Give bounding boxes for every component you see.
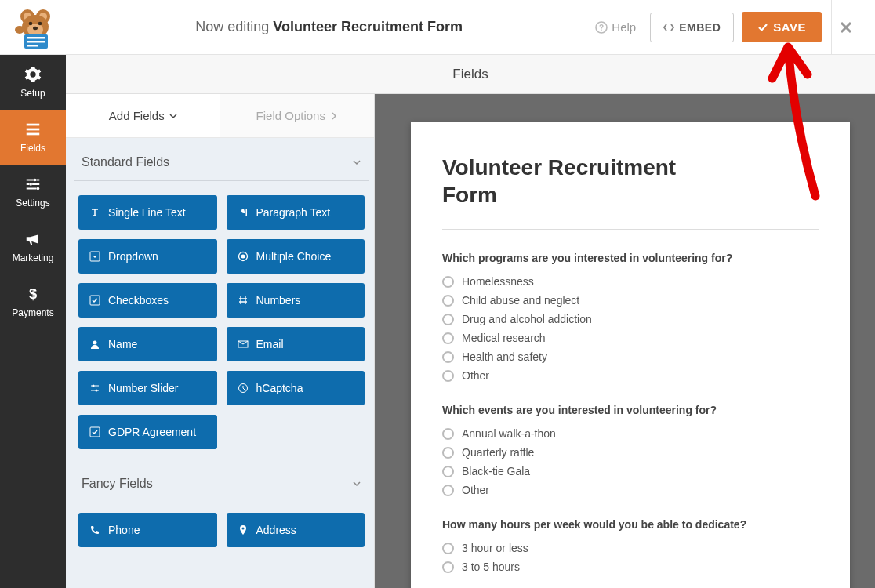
hash-icon [238, 295, 249, 306]
option-row[interactable]: Other [442, 484, 819, 496]
field-numbers[interactable]: Numbers [227, 283, 365, 318]
field-address[interactable]: Address [227, 513, 365, 547]
question-block: Which programs are you interested in vol… [442, 252, 819, 382]
field-name[interactable]: Name [78, 327, 217, 361]
radio-icon [442, 543, 454, 554]
nav-label: Fields [20, 143, 45, 154]
radio-icon [442, 351, 454, 363]
panel-tabs: Add Fields Field Options [66, 94, 374, 138]
help-link[interactable]: ? Help [595, 20, 636, 34]
radio-icon [442, 332, 454, 344]
check-square-icon [89, 426, 100, 437]
sliders-icon [89, 383, 100, 394]
radio-icon [442, 466, 454, 477]
field-gdpr-agreement[interactable]: GDPR Agreement [78, 415, 217, 449]
caret-down-icon [89, 251, 100, 262]
radio-icon [442, 561, 454, 573]
field-hcaptcha[interactable]: hCaptcha [227, 371, 365, 405]
question-block: Which events are you interested in volun… [442, 404, 819, 496]
option-row[interactable]: Quarterly raffle [442, 446, 819, 459]
field-dropdown[interactable]: Dropdown [78, 239, 217, 274]
option-row[interactable]: Medical research [442, 332, 819, 344]
option-row[interactable]: Annual walk-a-thon [442, 427, 819, 440]
page-title: Now editing Volunteer Recruitment Form [63, 19, 595, 35]
question-label: Which programs are you interested in vol… [442, 252, 819, 264]
option-row[interactable]: Black-tie Gala [442, 465, 819, 477]
embed-label: EMBED [679, 21, 721, 34]
options-list: Annual walk-a-thon Quarterly raffle Blac… [442, 427, 819, 496]
radio-icon [442, 314, 454, 325]
topbar: Now editing Volunteer Recruitment Form ?… [0, 0, 875, 55]
field-paragraph-text[interactable]: Paragraph Text [227, 195, 365, 230]
option-row[interactable]: Other [442, 369, 819, 382]
svg-point-21 [37, 187, 40, 191]
text-icon [89, 207, 100, 218]
panel-body[interactable]: Standard Fields Single Line Text Paragra… [66, 138, 374, 588]
help-label: Help [612, 20, 636, 34]
option-row[interactable]: Homelessness [442, 275, 819, 288]
svg-rect-18 [27, 133, 40, 136]
options-list: 3 hour or less 3 to 5 hours [442, 542, 819, 573]
field-multiple-choice[interactable]: Multiple Choice [227, 239, 365, 274]
field-checkboxes[interactable]: Checkboxes [78, 283, 217, 318]
nav-label: Setup [20, 88, 45, 99]
svg-point-6 [29, 21, 33, 25]
section-standard-fields[interactable]: Standard Fields [74, 138, 369, 181]
preview-area: Volunteer Recruitment Form Which program… [375, 94, 875, 588]
option-row[interactable]: 3 to 5 hours [442, 561, 819, 573]
field-number-slider[interactable]: Number Slider [78, 371, 217, 405]
list-icon [24, 121, 42, 138]
nav-label: Payments [12, 307, 53, 318]
embed-button[interactable]: EMBED [650, 13, 734, 42]
svg-point-25 [241, 255, 245, 259]
question-label: How many hours per week would you be abl… [442, 518, 819, 531]
nav-setup[interactable]: Setup [0, 55, 66, 110]
nav-label: Marketing [13, 252, 54, 263]
field-single-line-text[interactable]: Single Line Text [78, 195, 217, 230]
radio-icon [442, 485, 454, 496]
map-pin-icon [238, 524, 249, 535]
logo [8, 6, 63, 49]
svg-point-7 [38, 21, 42, 25]
radio-icon [442, 447, 454, 459]
section-fancy-fields[interactable]: Fancy Fields [74, 459, 369, 502]
svg-rect-16 [27, 124, 40, 126]
svg-point-33 [241, 528, 244, 530]
svg-rect-11 [27, 41, 45, 43]
nav-fields[interactable]: Fields [0, 110, 66, 165]
editing-prefix: Now editing [195, 19, 269, 34]
tab-add-fields[interactable]: Add Fields [66, 94, 220, 137]
tab-field-options[interactable]: Field Options [220, 94, 375, 137]
svg-text:?: ? [599, 24, 604, 32]
nav-payments[interactable]: $ Payments [0, 274, 66, 329]
sliders-icon [24, 176, 42, 193]
svg-text:$: $ [29, 285, 37, 302]
radio-icon [442, 370, 454, 382]
help-icon: ? [595, 21, 608, 34]
field-email[interactable]: Email [227, 327, 365, 361]
dollar-icon: $ [24, 285, 42, 303]
option-row[interactable]: Health and safety [442, 350, 819, 363]
svg-rect-12 [27, 45, 38, 47]
option-row[interactable]: 3 hour or less [442, 542, 819, 554]
options-list: Homelessness Child abuse and neglect Dru… [442, 275, 819, 382]
svg-point-19 [34, 179, 37, 182]
gear-icon [24, 66, 42, 83]
svg-point-27 [93, 341, 97, 345]
left-nav: Setup Fields Settings Marketing $ Paymen… [0, 55, 66, 588]
form-preview[interactable]: Volunteer Recruitment Form Which program… [411, 122, 850, 588]
paragraph-icon [238, 207, 249, 218]
option-row[interactable]: Child abuse and neglect [442, 294, 819, 307]
field-phone[interactable]: Phone [78, 513, 217, 547]
nav-marketing[interactable]: Marketing [0, 220, 66, 274]
header-strip: Fields [66, 55, 875, 94]
preview-form-title: Volunteer Recruitment Form [442, 154, 693, 209]
radio-icon [238, 251, 249, 262]
nav-settings[interactable]: Settings [0, 165, 66, 220]
nav-label: Settings [16, 198, 49, 209]
close-button[interactable] [831, 0, 859, 55]
chevron-down-icon [169, 112, 177, 120]
save-button[interactable]: SAVE [742, 12, 822, 42]
option-row[interactable]: Drug and alcohol addiction [442, 313, 819, 325]
tab-label: Add Fields [109, 109, 165, 122]
